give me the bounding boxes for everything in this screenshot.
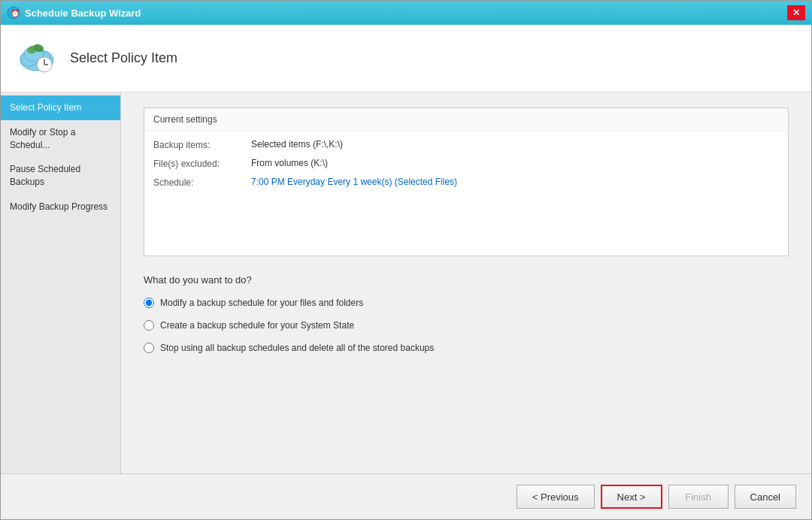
what-section: What do you want to do? Modify a backup … bbox=[144, 274, 789, 353]
close-button[interactable]: ✕ bbox=[787, 5, 805, 20]
schedule-label: Schedule: bbox=[153, 177, 251, 188]
radio-modify-files-label[interactable]: Modify a backup schedule for your files … bbox=[160, 298, 363, 308]
backup-icon bbox=[16, 38, 58, 80]
radio-item-create-system[interactable]: Create a backup schedule for your System… bbox=[144, 320, 789, 331]
window: ⏰ Schedule Backup Wizard ✕ Select Policy… bbox=[0, 0, 812, 520]
sidebar-item-pause-scheduled[interactable]: Pause Scheduled Backups bbox=[1, 157, 120, 195]
files-excluded-label: File(s) excluded: bbox=[153, 158, 251, 169]
settings-table: Backup items: Selected items (F:\,K:\) F… bbox=[144, 132, 788, 195]
footer: < Previous Next > Finish Cancel bbox=[1, 473, 811, 519]
backup-items-value: Selected items (F:\,K:\) bbox=[251, 139, 779, 150]
sidebar-item-select-policy-item[interactable]: Select Policy Item bbox=[1, 95, 120, 120]
current-settings-header: Current settings bbox=[144, 108, 788, 132]
radio-modify-files[interactable] bbox=[144, 298, 154, 308]
radio-item-modify-files[interactable]: Modify a backup schedule for your files … bbox=[144, 298, 789, 308]
radio-item-stop-all[interactable]: Stop using all backup schedules and dele… bbox=[144, 343, 789, 353]
sidebar: Select Policy Item Modify or Stop a Sche… bbox=[1, 92, 121, 473]
radio-create-system[interactable] bbox=[144, 320, 154, 331]
radio-create-system-label[interactable]: Create a backup schedule for your System… bbox=[160, 320, 354, 331]
main-content: Current settings Backup items: Selected … bbox=[121, 92, 811, 473]
cancel-button[interactable]: Cancel bbox=[735, 485, 796, 509]
radio-stop-all-label[interactable]: Stop using all backup schedules and dele… bbox=[160, 343, 434, 353]
app-icon: ⏰ bbox=[7, 6, 20, 20]
previous-button[interactable]: < Previous bbox=[517, 485, 595, 509]
what-question: What do you want to do? bbox=[144, 274, 789, 286]
backup-items-label: Backup items: bbox=[153, 139, 251, 150]
finish-button[interactable]: Finish bbox=[668, 485, 729, 509]
files-excluded-value: From volumes (K:\) bbox=[251, 158, 779, 169]
content-area: Select Policy Item Modify or Stop a Sche… bbox=[1, 92, 811, 473]
radio-stop-all[interactable] bbox=[144, 343, 154, 353]
current-settings-section: Current settings Backup items: Selected … bbox=[144, 107, 789, 256]
schedule-value: 7:00 PM Everyday Every 1 week(s) (Select… bbox=[251, 177, 779, 188]
sidebar-item-modify-progress[interactable]: Modify Backup Progress bbox=[1, 195, 120, 219]
next-button[interactable]: Next > bbox=[601, 485, 662, 509]
header-area: Select Policy Item bbox=[1, 25, 811, 92]
header-title: Select Policy Item bbox=[70, 50, 177, 66]
svg-text:⏰: ⏰ bbox=[11, 8, 20, 18]
title-bar: ⏰ Schedule Backup Wizard ✕ bbox=[1, 1, 811, 25]
title-bar-left: ⏰ Schedule Backup Wizard bbox=[7, 6, 141, 20]
title-bar-title: Schedule Backup Wizard bbox=[25, 8, 141, 19]
sidebar-item-modify-or-stop[interactable]: Modify or Stop a Schedul... bbox=[1, 120, 120, 158]
radio-group: Modify a backup schedule for your files … bbox=[144, 298, 789, 353]
